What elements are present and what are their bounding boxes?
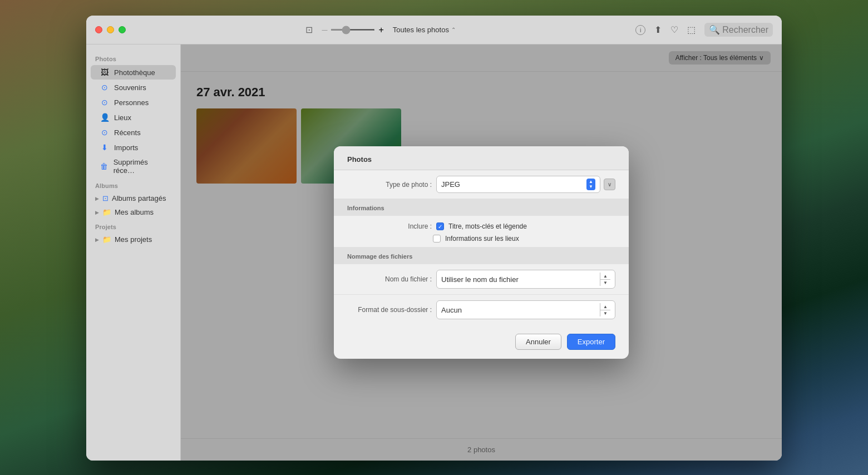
dialog-footer: Annuler Exporter (334, 325, 629, 359)
filename-row: Nom du fichier : Utiliser le nom du fich… (334, 264, 629, 295)
informations-label: Informations (347, 205, 384, 211)
phototheque-icon: 🖼 (100, 68, 110, 77)
sidebar-item-personnes-label: Personnes (114, 98, 149, 107)
albums-partages-icon: ⊡ (102, 194, 108, 202)
export-dialog: Photos Type de photo : JPEG ▲ (334, 146, 629, 359)
include-option2-row: Informations sur les lieux (334, 232, 629, 245)
stepper-down-icon: ▼ (589, 185, 593, 190)
sidebar-item-mes-albums-label: Mes albums (115, 208, 154, 216)
zoom-minus-icon: — (322, 27, 327, 33)
search-box[interactable]: 🔍 Rechercher (704, 23, 773, 37)
filename-value: Utiliser le nom du fichier (441, 275, 519, 284)
filename-select[interactable]: Utiliser le nom du fichier ▲ ▼ (436, 270, 615, 289)
filename-stepper-down[interactable]: ▼ (600, 280, 610, 286)
subfolder-stepper[interactable]: ▲ ▼ (600, 303, 610, 316)
nommage-label: Nommage des fichiers (347, 253, 412, 260)
title-chevron-icon: ⌃ (451, 27, 456, 33)
sidebar-item-lieux-label: Lieux (114, 113, 131, 122)
sidebar-item-mes-projets-label: Mes projets (115, 235, 152, 244)
photo-type-row: Type de photo : JPEG ▲ ▼ ∨ (334, 170, 629, 200)
subfolder-stepper-down[interactable]: ▼ (600, 310, 610, 317)
chevron-right-icon: ▶ (95, 196, 99, 201)
sidebar-item-mes-albums[interactable]: ▶ 📁 Mes albums (86, 205, 180, 219)
inclure-row: Inclure : ✓ Titre, mots-clés et légende (334, 220, 629, 232)
sidebar-item-souvenirs-label: Souvenirs (114, 83, 146, 92)
sidebar-item-souvenirs[interactable]: ⊙ Souvenirs (91, 80, 176, 95)
photo-type-value: JPEG (441, 180, 460, 189)
filename-stepper-up[interactable]: ▲ (600, 273, 610, 280)
sidebar-item-mes-projets[interactable]: ▶ 📁 Mes projets (86, 232, 180, 246)
nommage-section: Nommage des fichiers (334, 248, 629, 264)
subfolder-select-wrap: Aucun ▲ ▼ (436, 300, 615, 319)
sidebar-item-imports[interactable]: ⬇ Imports (91, 140, 176, 155)
subfolder-label: Format de sous-dossier : (347, 306, 436, 314)
include-option2-checkbox[interactable] (433, 235, 441, 243)
subfolder-stepper-up[interactable]: ▲ (600, 303, 610, 310)
include-option1-wrap: ✓ Titre, mots-clés et légende (436, 222, 527, 230)
window-title-text: Toutes les photos (393, 26, 449, 34)
sidebar-item-imports-label: Imports (114, 144, 138, 152)
zoom-slider-input[interactable] (331, 29, 375, 31)
subfolder-row: Format de sous-dossier : Aucun ▲ ▼ (334, 295, 629, 325)
filename-stepper[interactable]: ▲ ▼ (600, 273, 610, 286)
search-icon: 🔍 (709, 24, 720, 35)
photo-type-stepper[interactable]: ▲ ▼ (586, 179, 595, 191)
sidebar-section-albums: Albums (86, 178, 180, 191)
sidebar: Photos 🖼 Photothèque ⊙ Souvenirs ⊙ Perso… (86, 44, 181, 461)
sidebar-item-recents-label: Récents (114, 128, 141, 137)
inclure-section: Inclure : ✓ Titre, mots-clés et légende … (334, 216, 629, 248)
titlebar-actions: i ⬆ ♡ ⬚ 🔍 Rechercher (635, 23, 773, 37)
window-title: Toutes les photos ⌃ (393, 26, 456, 34)
photo-type-select-wrap: JPEG ▲ ▼ ∨ (436, 176, 615, 194)
mes-projets-icon: 📁 (102, 235, 111, 244)
content-area: Afficher : Tous les éléments ∨ 27 avr. 2… (181, 44, 782, 461)
chevron-right-icon-3: ▶ (95, 237, 99, 243)
supprimes-icon: 🗑 (100, 162, 109, 171)
lieux-icon: 👤 (100, 113, 110, 122)
chevron-right-icon-2: ▶ (95, 210, 99, 215)
sidebar-item-phototheque-label: Photothèque (114, 68, 155, 77)
sidebar-item-personnes[interactable]: ⊙ Personnes (91, 95, 176, 110)
imports-icon: ⬇ (100, 143, 110, 152)
titlebar: ⊡ — + Toutes les photos ⌃ i ⬆ ♡ ⬚ 🔍 Rech… (86, 16, 782, 44)
personnes-icon: ⊙ (100, 98, 110, 107)
main-layout: Photos 🖼 Photothèque ⊙ Souvenirs ⊙ Perso… (86, 44, 782, 461)
include-option1-checkbox[interactable]: ✓ (436, 222, 444, 230)
dialog-body: Type de photo : JPEG ▲ ▼ ∨ (334, 170, 629, 325)
maximize-button[interactable] (119, 26, 126, 33)
sidebar-item-albums-partages-label: Albums partagés (112, 194, 166, 202)
share-icon[interactable]: ⬆ (654, 24, 662, 35)
sidebar-item-phototheque[interactable]: 🖼 Photothèque (91, 65, 176, 80)
sidebar-item-supprimes[interactable]: 🗑 Supprimés réce… (91, 155, 176, 177)
include-option2-wrap: Informations sur les lieux (433, 235, 519, 243)
recents-icon: ⊙ (100, 128, 110, 137)
sidebar-item-recents[interactable]: ⊙ Récents (91, 125, 176, 140)
dialog-header: Photos (334, 146, 629, 170)
filename-label: Nom du fichier : (347, 275, 436, 283)
traffic-lights (95, 26, 126, 33)
minimize-button[interactable] (107, 26, 114, 33)
photo-type-dropdown[interactable]: ∨ (604, 179, 615, 190)
mes-albums-icon: 📁 (102, 208, 111, 216)
export-button[interactable]: Exporter (567, 334, 615, 350)
photo-type-label: Type de photo : (347, 181, 436, 189)
filename-select-wrap: Utiliser le nom du fichier ▲ ▼ (436, 270, 615, 289)
dialog-title: Photos (347, 155, 372, 164)
cancel-button[interactable]: Annuler (515, 334, 561, 350)
zoom-plus-label: + (378, 25, 383, 35)
subfolder-select[interactable]: Aucun ▲ ▼ (436, 300, 615, 319)
heart-icon[interactable]: ♡ (670, 24, 678, 35)
subfolder-value: Aucun (441, 306, 462, 314)
inclure-label: Inclure : (347, 222, 436, 230)
sidebar-item-albums-partages[interactable]: ▶ ⊡ Albums partagés (86, 191, 180, 205)
photo-type-select[interactable]: JPEG ▲ ▼ (436, 176, 600, 194)
zoom-control[interactable]: — + (322, 25, 383, 35)
info-icon[interactable]: i (635, 25, 645, 35)
modal-overlay: Photos Type de photo : JPEG ▲ (181, 44, 782, 461)
crop-icon: ⊡ (305, 24, 313, 35)
close-button[interactable] (95, 26, 102, 33)
include-option1-label: Titre, mots-clés et légende (448, 222, 527, 230)
informations-section: Informations (334, 199, 629, 216)
rotate-icon[interactable]: ⬚ (687, 24, 696, 35)
sidebar-item-lieux[interactable]: 👤 Lieux (91, 110, 176, 125)
